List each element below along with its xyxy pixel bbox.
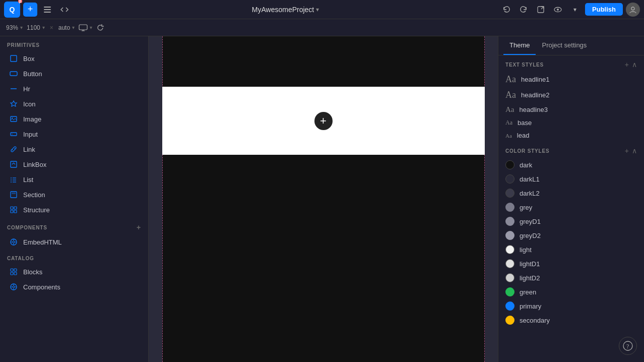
sidebar-item-label: Button xyxy=(23,70,42,78)
right-tabs: Theme Project settings xyxy=(498,36,644,55)
components-add-icon[interactable]: + xyxy=(137,223,141,231)
refresh-button[interactable] xyxy=(96,24,104,32)
width-control[interactable]: 1100 ▾ xyxy=(27,24,45,31)
svg-rect-41 xyxy=(14,272,17,275)
left-sidebar: PRIMITIVES Box Button Hr xyxy=(0,36,149,362)
svg-rect-11 xyxy=(11,55,17,62)
sidebar-item-list[interactable]: List xyxy=(2,172,146,187)
color-darkl1[interactable]: darkL1 xyxy=(498,172,644,186)
right-scroll[interactable]: TEXT STYLES + ∧ Aa headline1 Aa headline… xyxy=(498,55,644,362)
color-styles-add-icon[interactable]: + xyxy=(625,147,629,155)
box-icon xyxy=(9,54,18,63)
color-lightd2[interactable]: lightD2 xyxy=(498,271,644,285)
color-green[interactable]: green xyxy=(498,285,644,299)
add-button[interactable]: + xyxy=(23,3,37,17)
color-label: darkL2 xyxy=(520,190,540,197)
sidebar-item-icon[interactable]: Icon xyxy=(2,96,146,111)
canvas-section-top-dark xyxy=(162,36,485,87)
sidebar-item-link[interactable]: Link xyxy=(2,142,146,157)
svg-rect-38 xyxy=(11,269,13,271)
undo-button[interactable] xyxy=(499,3,513,17)
color-greyd1[interactable]: greyD1 xyxy=(498,214,644,228)
color-dark[interactable]: dark xyxy=(498,158,644,172)
sidebar-item-button[interactable]: Button xyxy=(2,66,146,81)
sidebar-item-label: EmbedHTML xyxy=(23,238,62,246)
svg-point-43 xyxy=(13,286,15,288)
height-value: auto xyxy=(58,24,70,31)
sidebar-item-linkbox[interactable]: LinkBox xyxy=(2,157,146,172)
sidebar-item-section[interactable]: Section xyxy=(2,187,146,202)
svg-rect-28 xyxy=(11,207,13,209)
color-darkl2[interactable]: darkL2 xyxy=(498,186,644,200)
svg-rect-30 xyxy=(11,210,13,213)
svg-point-33 xyxy=(13,241,15,243)
color-greyd2[interactable]: greyD2 xyxy=(498,228,644,243)
zoom-value: 93% xyxy=(6,24,18,31)
text-style-headline2[interactable]: Aa headline2 xyxy=(498,87,644,103)
height-control[interactable]: auto ▾ xyxy=(58,24,75,31)
canvas-section-white[interactable]: + xyxy=(162,87,485,155)
layers-button[interactable] xyxy=(40,3,54,17)
height-chevron-icon: ▾ xyxy=(72,25,75,30)
text-style-headline1[interactable]: Aa headline1 xyxy=(498,72,644,87)
tab-project-settings[interactable]: Project settings xyxy=(536,36,593,55)
svg-rect-2 xyxy=(44,12,51,13)
sidebar-scroll[interactable]: PRIMITIVES Box Button Hr xyxy=(0,36,148,362)
color-styles-collapse-icon[interactable]: ∧ xyxy=(632,147,637,155)
color-swatch-greyd1 xyxy=(505,217,514,226)
sidebar-item-structure[interactable]: Structure xyxy=(2,202,146,217)
color-grey[interactable]: grey xyxy=(498,200,644,214)
sidebar-item-label: Link xyxy=(23,146,35,153)
color-secondary[interactable]: secondary xyxy=(498,313,644,327)
text-style-headline3[interactable]: Aa headline3 xyxy=(498,103,644,116)
sidebar-item-components[interactable]: Components xyxy=(2,279,146,294)
text-style-lead[interactable]: Aa lead xyxy=(498,129,644,142)
sidebar-item-hr[interactable]: Hr xyxy=(2,81,146,96)
text-style-base[interactable]: Aa base xyxy=(498,116,644,129)
color-primary[interactable]: primary xyxy=(498,299,644,313)
zoom-control[interactable]: 93% ▾ xyxy=(6,24,23,31)
dimension-separator: × xyxy=(49,24,54,31)
redo-button[interactable] xyxy=(517,3,531,17)
tab-theme[interactable]: Theme xyxy=(503,36,536,55)
primitives-label: PRIMITIVES xyxy=(7,42,40,48)
sidebar-item-label: Box xyxy=(23,55,34,63)
device-control[interactable]: ▾ xyxy=(79,24,92,31)
text-styles-add-icon[interactable]: + xyxy=(625,61,629,69)
color-swatch-darkl1 xyxy=(505,174,514,184)
sidebar-item-embedhtml[interactable]: EmbedHTML xyxy=(2,234,146,250)
link-icon xyxy=(9,145,18,154)
user-avatar[interactable] xyxy=(626,3,640,17)
text-style-label: headline2 xyxy=(521,91,549,99)
project-chevron-icon[interactable]: ▾ xyxy=(316,6,319,13)
color-label: light xyxy=(520,246,532,254)
canvas-add-button[interactable]: + xyxy=(314,112,333,130)
svg-marker-14 xyxy=(11,101,17,106)
text-style-label: lead xyxy=(517,132,530,139)
publish-button[interactable]: Publish xyxy=(585,3,623,16)
hr-icon xyxy=(9,84,18,93)
sidebar-item-label: Structure xyxy=(23,206,50,214)
external-link-button[interactable] xyxy=(534,3,548,17)
svg-rect-27 xyxy=(12,193,16,194)
logo[interactable]: Q β xyxy=(4,2,20,18)
sidebar-item-box[interactable]: Box xyxy=(2,51,146,66)
svg-line-4 xyxy=(541,7,544,9)
catalog-label: CATALOG xyxy=(7,256,34,261)
color-lightd1[interactable]: lightD1 xyxy=(498,257,644,271)
color-label: darkL1 xyxy=(520,175,540,183)
text-styles-collapse-icon[interactable]: ∧ xyxy=(632,61,637,69)
help-button[interactable]: ? xyxy=(619,337,637,355)
color-swatch-green xyxy=(505,287,514,296)
color-swatch-secondary xyxy=(505,316,514,325)
more-options-button[interactable]: ▾ xyxy=(568,3,582,17)
structure-icon xyxy=(9,205,18,214)
color-light[interactable]: light xyxy=(498,243,644,257)
sidebar-item-input[interactable]: Input xyxy=(2,127,146,142)
sidebar-item-label: Section xyxy=(23,191,45,199)
sidebar-item-label: Components xyxy=(23,283,60,291)
sidebar-item-image[interactable]: Image xyxy=(2,111,146,127)
preview-button[interactable] xyxy=(551,3,565,17)
sidebar-item-blocks[interactable]: Blocks xyxy=(2,264,146,279)
code-button[interactable] xyxy=(57,3,72,17)
